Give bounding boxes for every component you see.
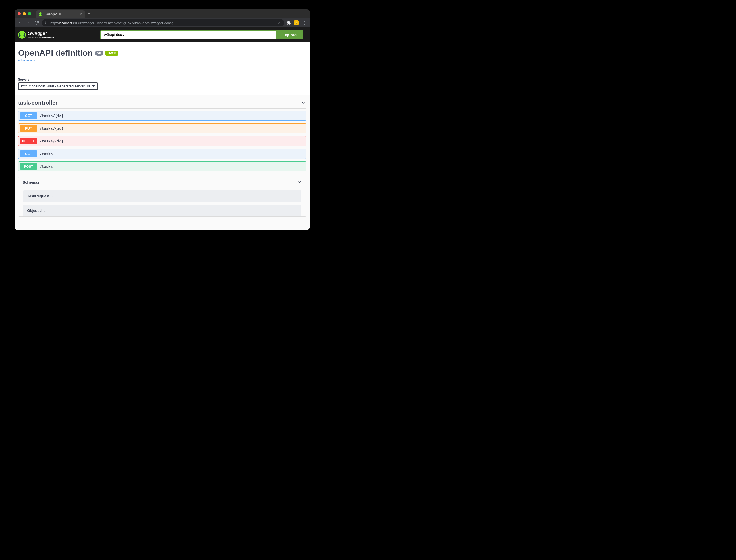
schemas-section: Schemas TaskRequest › ObjectId › [18,177,307,217]
swagger-topbar: {…} Swagger supported by SMARTBEAR Explo… [15,27,310,42]
swagger-logo-icon: {…} [18,31,26,39]
back-button[interactable] [17,20,23,26]
bookmark-icon[interactable]: ☆ [277,20,281,25]
tab-favicon: { } [39,12,42,16]
new-tab-button[interactable]: + [88,11,90,17]
browser-window: { } Swagger UI × + ⓘ http://localhost:80… [15,9,310,230]
schemas-header[interactable]: Schemas [18,177,306,187]
api-info: OpenAPI definition v0 OAS3 /v3/api-docs [15,42,310,74]
version-badge: v0 [95,51,103,56]
operation-post-tasks[interactable]: POST /tasks [18,161,307,171]
tag-header[interactable]: task-controller [18,99,307,109]
operation-delete-tasks-id[interactable]: DELETE /tasks/{id} [18,136,307,146]
address-bar[interactable]: ⓘ http://localhost:8080/swagger-ui/index… [42,19,284,26]
operation-path: /tasks/{id} [40,139,64,143]
explore-button[interactable]: Explore [276,30,303,39]
tab-title: Swagger UI [45,12,78,16]
spec-url-form: Explore [101,30,303,39]
forward-button[interactable] [25,20,31,26]
method-badge: GET [20,112,37,119]
close-tab-icon[interactable]: × [80,12,82,16]
extensions-icon[interactable] [287,20,291,25]
schema-objectid[interactable]: ObjectId › [23,205,302,216]
menu-icon[interactable]: ⋮ [301,20,308,25]
url-text: http://localhost:8080/swagger-ui/index.h… [51,21,275,25]
tag-section: task-controller GET /tasks/{id} PUT /tas… [15,95,310,171]
operation-get-tasks[interactable]: GET /tasks [18,149,307,159]
spec-url-input[interactable] [101,30,276,39]
site-info-icon[interactable]: ⓘ [45,20,48,25]
method-badge: POST [20,163,37,170]
page-content: {…} Swagger supported by SMARTBEAR Explo… [15,27,310,230]
method-badge: DELETE [20,138,37,144]
close-window-button[interactable] [18,12,21,15]
maximize-window-button[interactable] [28,12,31,15]
browser-toolbar: ⓘ http://localhost:8080/swagger-ui/index… [15,18,310,27]
method-badge: PUT [20,125,37,132]
extension-badge[interactable]: 🙂 [294,20,299,25]
brand-name: Swagger [28,31,55,36]
tag-name: task-controller [18,99,58,106]
swagger-logo[interactable]: {…} Swagger supported by SMARTBEAR [18,31,55,39]
schema-name: ObjectId [27,209,42,213]
chevron-right-icon: › [52,194,53,198]
minimize-window-button[interactable] [23,12,26,15]
schema-name: TaskRequest [27,194,49,198]
operation-path: /tasks/{id} [40,126,64,131]
chevron-down-icon [301,100,307,105]
servers-section: Servers http://localhost:8080 - Generate… [15,74,310,95]
titlebar: { } Swagger UI × + [15,9,310,18]
browser-tab[interactable]: { } Swagger UI × [36,10,85,18]
reload-button[interactable] [34,20,39,26]
server-select[interactable]: http://localhost:8080 - Generated server… [18,82,98,90]
schemas-title: Schemas [23,180,40,184]
brand-subtext: supported by SMARTBEAR [28,36,55,38]
operation-put-tasks-id[interactable]: PUT /tasks/{id} [18,123,307,133]
operation-path: /tasks [40,152,53,156]
oas-badge: OAS3 [105,51,118,56]
chevron-down-icon [297,180,302,185]
api-title: OpenAPI definition [18,48,93,58]
operation-get-tasks-id[interactable]: GET /tasks/{id} [18,111,307,121]
spec-link[interactable]: /v3/api-docs [18,59,35,62]
chevron-right-icon: › [44,209,46,213]
swagger-logo-text: Swagger supported by SMARTBEAR [28,31,55,38]
schema-taskrequest[interactable]: TaskRequest › [23,190,302,202]
operation-path: /tasks/{id} [40,114,64,118]
method-badge: GET [20,150,37,157]
servers-label: Servers [18,78,307,81]
window-controls [18,12,31,15]
operation-path: /tasks [40,164,53,169]
